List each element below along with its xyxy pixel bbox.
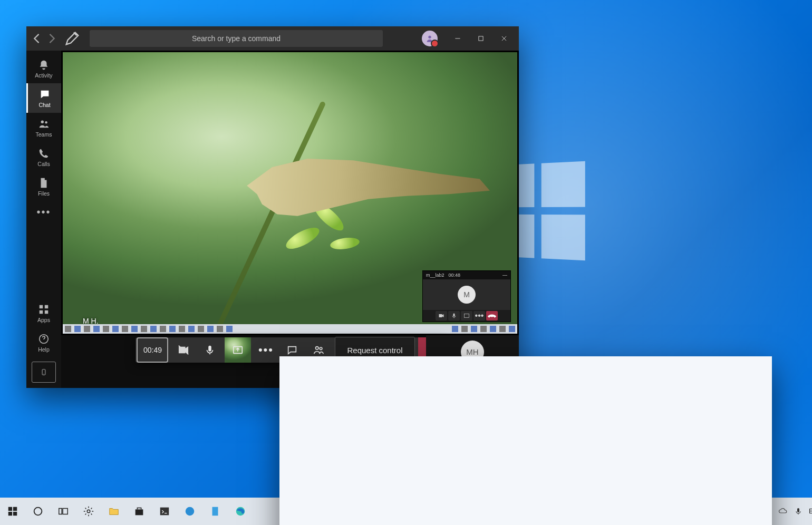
- tray-language[interactable]: ENG: [806, 498, 812, 525]
- svg-rect-1: [479, 36, 483, 41]
- window-minimize-button[interactable]: [446, 26, 469, 51]
- mini-avatar: M: [458, 286, 476, 304]
- lizard-graphic: [237, 142, 490, 226]
- svg-rect-21: [13, 512, 17, 516]
- tray-mic-icon[interactable]: [791, 498, 806, 525]
- svg-rect-18: [8, 507, 12, 511]
- mini-share-icon[interactable]: [461, 311, 472, 320]
- rail-activity-label: Activity: [35, 72, 52, 79]
- taskbar-teams-icon[interactable]: [279, 356, 772, 526]
- rail-apps-label: Apps: [37, 317, 50, 323]
- mini-hangup-icon[interactable]: [486, 311, 498, 320]
- shared-screen: M H. m__lab2 00:48: [63, 52, 517, 334]
- taskbar-explorer-icon[interactable]: [101, 498, 127, 525]
- cortana-button[interactable]: [25, 498, 51, 525]
- rail-teams[interactable]: Teams: [26, 113, 61, 142]
- tray-cloud-icon[interactable]: [775, 498, 791, 525]
- start-button[interactable]: [0, 498, 25, 525]
- mini-controls: •••: [423, 310, 510, 322]
- svg-rect-26: [160, 508, 169, 516]
- svg-rect-23: [59, 509, 62, 514]
- svg-rect-7: [45, 310, 48, 313]
- rail-files[interactable]: Files: [26, 172, 61, 201]
- rail-calls[interactable]: Calls: [26, 142, 61, 172]
- svg-rect-6: [40, 310, 43, 313]
- taskbar-store-icon[interactable]: [127, 498, 152, 525]
- svg-rect-20: [8, 512, 12, 516]
- svg-point-2: [41, 120, 44, 123]
- rail-calls-label: Calls: [37, 161, 50, 167]
- mini-timer: 00:48: [449, 273, 461, 278]
- windows-taskbar: ENG: [0, 498, 812, 525]
- svg-rect-5: [45, 305, 48, 308]
- nav-forward-button[interactable]: [44, 31, 59, 46]
- svg-rect-24: [63, 509, 67, 514]
- rail-more[interactable]: •••: [26, 201, 61, 222]
- mini-more-icon[interactable]: •••: [473, 311, 485, 320]
- svg-point-0: [428, 36, 431, 38]
- svg-point-27: [186, 507, 195, 516]
- svg-point-22: [34, 508, 42, 516]
- rail-activity[interactable]: Activity: [26, 54, 61, 83]
- svg-point-25: [87, 510, 90, 513]
- new-chat-button[interactable]: [63, 30, 81, 47]
- search-input[interactable]: Search or type a command: [90, 30, 383, 47]
- mini-minimize-icon[interactable]: —: [502, 273, 507, 278]
- rail-teams-label: Teams: [36, 131, 52, 138]
- svg-rect-4: [40, 305, 43, 308]
- rail-chat-label: Chat: [38, 102, 50, 108]
- svg-rect-12: [465, 314, 469, 318]
- mini-camera-icon[interactable]: [436, 311, 447, 320]
- svg-rect-19: [13, 507, 17, 511]
- svg-point-3: [45, 121, 47, 123]
- taskbar-edge-icon[interactable]: [228, 498, 253, 525]
- nav-back-button[interactable]: [30, 31, 44, 46]
- self-view-mini[interactable]: m__lab2 00:48 — M •••: [422, 270, 511, 322]
- window-maximize-button[interactable]: [469, 26, 492, 51]
- rail-chat[interactable]: Chat: [26, 83, 61, 113]
- teams-titlebar: Search or type a command: [26, 26, 519, 51]
- taskbar-terminal-icon[interactable]: [152, 498, 177, 525]
- taskview-button[interactable]: [51, 498, 76, 525]
- svg-rect-32: [797, 508, 799, 512]
- svg-rect-28: [212, 507, 218, 516]
- profile-avatar[interactable]: [422, 31, 438, 46]
- rail-apps[interactable]: Apps: [26, 298, 61, 328]
- taskbar-edge-legacy-icon[interactable]: [177, 498, 202, 525]
- svg-rect-11: [453, 314, 455, 317]
- taskbar-settings-icon[interactable]: [76, 498, 101, 525]
- presence-busy-icon: [431, 40, 439, 47]
- rail-files-label: Files: [38, 190, 50, 197]
- mini-name: m__lab2: [426, 273, 444, 278]
- taskbar-reader-icon[interactable]: [202, 498, 228, 525]
- window-close-button[interactable]: [492, 26, 516, 51]
- mini-mic-icon[interactable]: [448, 311, 460, 320]
- branch-graphic: [206, 101, 326, 334]
